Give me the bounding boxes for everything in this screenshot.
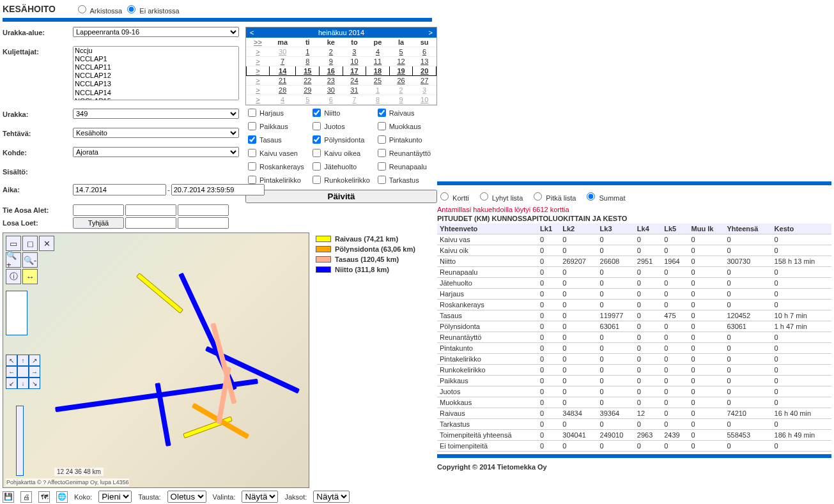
divider (3, 18, 432, 22)
table-row: Jätehuolto00000000 (437, 278, 831, 289)
table-row: Pintakunto00000000 (437, 343, 831, 354)
pan-controls[interactable]: ↖↑↗ ←→ ↙↓↘ (6, 355, 40, 389)
label-kohde: Kohde: (3, 147, 66, 157)
divider (437, 454, 831, 458)
minimap[interactable] (6, 291, 27, 335)
tool-clear-icon[interactable]: ✕ (39, 236, 54, 251)
update-button[interactable]: Päivitä (245, 190, 437, 203)
check-jätehuolto[interactable]: Jätehuolto (310, 160, 372, 172)
tool-select-icon[interactable]: ▭ (6, 236, 21, 251)
table-row: Reunantäyttö00000000 (437, 332, 831, 343)
select-koko[interactable]: Pieni (98, 491, 132, 503)
pan-se-icon[interactable]: ↘ (29, 378, 40, 389)
table-row: Muokkaus00000000 (437, 397, 831, 408)
view-option-0[interactable]: Kortti (437, 194, 469, 202)
input-aika-to[interactable] (171, 184, 265, 195)
check-pölynsidonta[interactable]: Pölynsidonta (310, 134, 372, 146)
table-row: Runkokelirikko00000000 (437, 365, 831, 376)
label-urakka-alue: Urakka-alue: (3, 27, 66, 36)
check-reunantäyttö[interactable]: Reunantäyttö (375, 147, 437, 159)
legend-item: Niitto (311,8 km) (316, 266, 431, 273)
select-tausta[interactable]: Oletus (167, 491, 206, 503)
check-roskankerays[interactable]: Roskankerays (245, 160, 307, 172)
print-icon[interactable]: 🖨 (20, 491, 32, 503)
input-aika-from[interactable] (73, 184, 166, 195)
check-kaivu-vasen[interactable]: Kaivu vasen (245, 147, 307, 159)
pan-n-icon[interactable]: ↑ (17, 355, 29, 366)
globe-icon[interactable]: 🌐 (56, 491, 68, 503)
layers-icon[interactable]: 🗺 (38, 491, 50, 503)
pan-sw-icon[interactable]: ↙ (6, 378, 17, 389)
label-losa-loet: Losa Loet: (3, 217, 66, 227)
check-juotos[interactable]: Juotos (310, 120, 372, 132)
select-urakka-alue[interactable]: Lappeenranta 09-16 (73, 27, 239, 37)
save-icon[interactable]: 💾 (3, 491, 14, 503)
archive-option-a[interactable]: Arkistossa (75, 7, 122, 15)
cal-title: heinäkuu 2014 (318, 29, 364, 36)
check-runkokelirikko[interactable]: Runkokelirikko (310, 174, 372, 186)
pan-s-icon[interactable]: ↓ (17, 378, 29, 389)
info-icon[interactable]: ⓘ (6, 269, 21, 284)
view-option-2[interactable]: Pitkä lista (530, 194, 576, 202)
clear-button[interactable]: Tyhjää (73, 217, 124, 229)
pan-w-icon[interactable]: ← (6, 366, 17, 378)
check-tarkastus[interactable]: Tarkastus (375, 174, 437, 186)
table-row: Pintakelirikko00000000 (437, 354, 831, 365)
zoom-slider[interactable] (16, 406, 24, 476)
pan-e-icon[interactable]: → (29, 366, 40, 378)
label-koko: Koko: (74, 493, 92, 501)
label-kuljettajat: Kuljettajat: (3, 46, 66, 56)
table-title: PITUUDET (KM) KUNNOSSAPITOLUOKITTAIN JA … (437, 215, 831, 222)
check-tasaus[interactable]: Tasaus (245, 134, 307, 146)
select-kohde[interactable]: Ajorata (73, 147, 239, 157)
input-alet[interactable] (178, 204, 229, 216)
legend-item: Pölynsidonta (63,06 km) (316, 245, 431, 253)
results-table: YhteenvetoLk1Lk2Lk3Lk4Lk5Muu lkYhteensäK… (437, 224, 831, 452)
legend-item: Raivaus (74,21 km) (316, 235, 431, 243)
zoom-out-icon[interactable]: 🔍- (22, 252, 38, 268)
check-muokkaus[interactable]: Muokkaus (375, 120, 437, 132)
check-niitto[interactable]: Niitto (310, 107, 372, 119)
input-loet[interactable] (178, 217, 229, 229)
input-aosa[interactable] (125, 204, 176, 216)
label-tehtava: Tehtävä: (3, 128, 66, 137)
table-row: Paikkaus00000000 (437, 376, 831, 386)
copyright: Copyright © 2014 Tietomekka Oy (437, 463, 831, 471)
tool-rect-icon[interactable]: ◻ (22, 236, 38, 251)
check-paikkaus[interactable]: Paikkaus (245, 120, 307, 132)
input-losa[interactable] (125, 217, 176, 229)
map-attribution: Pohjakartta © ? AffectoGenimap Oy, lupa … (6, 478, 129, 486)
check-pintakunto[interactable]: Pintakunto (375, 134, 437, 146)
cal-prev[interactable]: < (250, 29, 254, 36)
table-row: Tarkastus00000000 (437, 419, 831, 430)
select-jaksot[interactable]: Näytä (313, 491, 350, 503)
archive-option-b[interactable]: Ei arkistossa (124, 7, 179, 15)
view-option-1[interactable]: Lyhyt lista (477, 194, 523, 202)
view-option-3[interactable]: Summat (583, 194, 625, 202)
select-urakka[interactable]: 349 (73, 109, 239, 119)
zoom-in-icon[interactable]: 🔍+ (6, 252, 21, 268)
check-raivaus[interactable]: Raivaus (375, 107, 437, 119)
calendar[interactable]: < heinäkuu 2014 > >>matiketopelasu>30123… (245, 27, 437, 105)
label-tie-aosa-alet: Tie Aosa Alet: (3, 204, 66, 214)
check-harjaus[interactable]: Harjaus (245, 107, 307, 119)
divider (437, 181, 831, 185)
result-message: Antamillasi hakuehdoilla löytyi 6612 kor… (437, 206, 831, 213)
table-row: Roskankerays00000000 (437, 300, 831, 310)
label-aika: Aika: (3, 184, 66, 194)
check-reunapaalu[interactable]: Reunapaalu (375, 160, 437, 172)
list-kuljettajat[interactable]: NccjuNCCLAP1NCCLAP11NCCLAP12NCCLAP13NCCL… (73, 46, 239, 100)
cal-next[interactable]: > (429, 29, 433, 36)
label-sisalto: Sisältö: (3, 166, 66, 176)
pan-nw-icon[interactable]: ↖ (6, 355, 17, 366)
table-row: Ei toimenpiteitä00000000 (437, 441, 831, 452)
input-tie[interactable] (73, 204, 124, 216)
measure-icon[interactable]: ↔ (22, 269, 38, 284)
map[interactable]: ▭ ◻ ✕ 🔍+ 🔍- ⓘ ↔ ↖↑↗ ←→ (3, 233, 309, 488)
table-row: Kaivu oik00000000 (437, 245, 831, 256)
pan-ne-icon[interactable]: ↗ (29, 355, 40, 366)
select-tehtava[interactable]: Kesähoito (73, 128, 239, 138)
select-valinta[interactable]: Näytä (242, 491, 278, 503)
check-kaivu-oikea[interactable]: Kaivu oikea (310, 147, 372, 159)
table-row: Niitto026920726608295119640300730158 h 1… (437, 256, 831, 267)
